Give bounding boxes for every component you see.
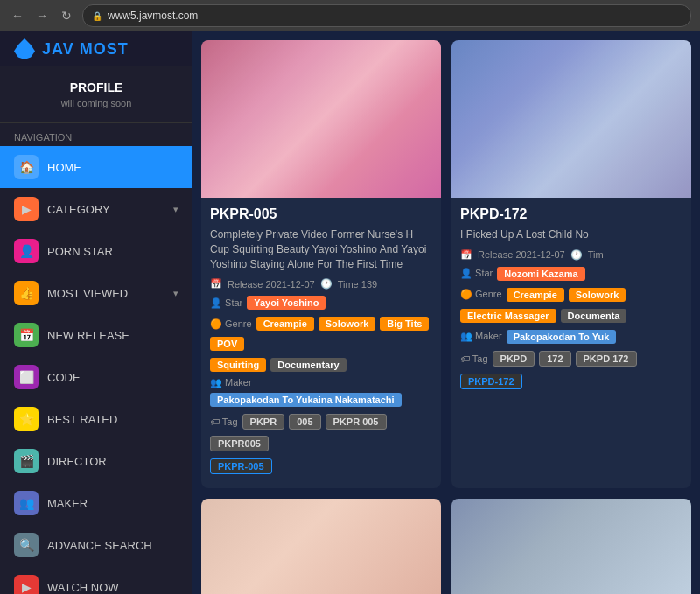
genre-electric-pkpd172[interactable]: Electric Massager bbox=[460, 309, 556, 323]
sidebar-item-code[interactable]: ⬜ CODE bbox=[0, 356, 192, 398]
card-code-pkpr005[interactable]: PKPR-005 bbox=[210, 206, 432, 222]
star-row-pkpd172: 👤 Star Nozomi Kazama bbox=[460, 265, 682, 283]
genre-creampie-pkpr005[interactable]: Creampie bbox=[256, 317, 314, 331]
tag-172-pkpd172[interactable]: 172 bbox=[539, 351, 570, 367]
card-code-pkpd172[interactable]: PKPD-172 bbox=[460, 206, 682, 222]
calendar-icon-pkpd172: 📅 bbox=[460, 249, 472, 261]
release-row-pkpd172: 📅 Release 2021-12-07 🕐 Tim bbox=[460, 249, 682, 261]
sidebar-item-category-label: CATEGORY bbox=[47, 203, 110, 216]
sidebar-item-watch-label: WATCH NOW bbox=[47, 581, 119, 594]
genre-label-pkpd172: 🟠 Genre bbox=[460, 289, 502, 300]
category-arrow: ▾ bbox=[173, 204, 178, 215]
sidebar-item-mostviewed[interactable]: 👍 MOST VIEWED ▾ bbox=[0, 272, 192, 314]
sidebar-item-home[interactable]: 🏠 HOME bbox=[0, 146, 192, 188]
card-thumb-bottom2[interactable] bbox=[452, 499, 691, 594]
star-tag-pkpr005[interactable]: Yayoi Yoshino bbox=[247, 296, 326, 310]
home-icon: 🏠 bbox=[14, 155, 38, 179]
search-icon: 🔍 bbox=[14, 533, 38, 557]
genre-row2-pkpd172: Electric Massager Documenta bbox=[460, 307, 682, 325]
star-label-pkpr005: 👤 Star bbox=[210, 297, 242, 309]
star-tag-pkpd172[interactable]: Nozomi Kazama bbox=[497, 267, 584, 281]
tag-005-pkpr005[interactable]: 005 bbox=[289, 414, 320, 430]
tag-pkpr-pkpr005[interactable]: PKPR bbox=[242, 414, 285, 430]
tag-pkpr005-pkpr005[interactable]: PKPR 005 bbox=[326, 414, 387, 430]
url-text: www5.javmost.com bbox=[108, 10, 198, 22]
genre-squirting-pkpr005[interactable]: Squirting bbox=[210, 358, 266, 372]
sidebar-item-maker[interactable]: 👥 MAKER bbox=[0, 482, 192, 524]
mostviewed-arrow: ▾ bbox=[173, 288, 178, 299]
maker-label-pkpr005: 👥 Maker bbox=[210, 377, 252, 388]
director-icon: 🎬 bbox=[14, 449, 38, 473]
app-container: JAV MOST PROFILE will coming soon Naviga… bbox=[0, 31, 700, 594]
tag-pkpr005b-pkpr005[interactable]: PKPR005 bbox=[210, 436, 269, 451]
card-pkpd172: PKPD-172 I Picked Up A Lost Child No 📅 R… bbox=[452, 40, 691, 488]
maker-icon: 👥 bbox=[14, 491, 38, 515]
back-button[interactable]: ← bbox=[9, 7, 26, 24]
genre-solowork-pkpd172[interactable]: Solowork bbox=[569, 288, 626, 302]
card-bottom1 bbox=[201, 499, 441, 594]
sidebar-item-pornstar-label: PORN STAR bbox=[47, 245, 113, 258]
watch-icon: ▶ bbox=[14, 575, 38, 594]
sidebar-item-watch[interactable]: ▶ WATCH NOW bbox=[0, 566, 192, 594]
sidebar-item-search[interactable]: 🔍 ADVANCE SEARCH bbox=[0, 524, 192, 566]
genre-creampie-pkpd172[interactable]: Creampie bbox=[507, 288, 564, 302]
sidebar-item-bestrated[interactable]: ⭐ BEST RATED bbox=[0, 398, 192, 440]
sidebar-item-code-label: CODE bbox=[47, 371, 80, 384]
card-thumb-pkpd172[interactable] bbox=[452, 40, 691, 198]
card-bottom2 bbox=[452, 499, 691, 594]
clock-icon-pkpr005: 🕐 bbox=[320, 278, 332, 290]
release-row-pkpr005: 📅 Release 2021-12-07 🕐 Time 139 bbox=[210, 278, 432, 290]
tags-row2-pkpr005: PKPR-005 bbox=[210, 457, 432, 476]
tags-label-pkpd172: 🏷 Tag bbox=[460, 353, 488, 364]
maker-tag-pkpr005[interactable]: Pakopakodan To Yukaina Nakamatachi bbox=[210, 393, 402, 407]
main-content: PKPR-005 Completely Private Video Former… bbox=[192, 31, 700, 594]
logo-most: MOST bbox=[74, 40, 129, 58]
profile-title: PROFILE bbox=[14, 80, 178, 94]
card-title-pkpr005: Completely Private Video Former Nurse's … bbox=[210, 227, 432, 271]
reload-button[interactable]: ↻ bbox=[58, 7, 75, 24]
card-body-pkpr005: PKPR-005 Completely Private Video Former… bbox=[201, 198, 441, 488]
genre-row-pkpr005: 🟠 Genre Creampie Solowork Big Tits POV bbox=[210, 315, 432, 353]
sidebar-item-newrelease[interactable]: 📅 NEW RELEASE bbox=[0, 314, 192, 356]
release-text-pkpr005: Release 2021-12-07 bbox=[228, 279, 315, 290]
lock-icon: 🔒 bbox=[92, 11, 102, 21]
release-text-pkpd172: Release 2021-12-07 bbox=[478, 249, 565, 260]
tags-row-pkpd172: 🏷 Tag PKPD 172 PKPD 172 bbox=[460, 349, 682, 368]
cards-grid: PKPR-005 Completely Private Video Former… bbox=[201, 40, 691, 594]
tag-code-main-pkpd172[interactable]: PKPD-172 bbox=[460, 374, 522, 389]
sidebar-item-bestrated-label: BEST RATED bbox=[47, 413, 117, 426]
maker-tag-pkpd172[interactable]: Pakopakodan To Yuk bbox=[507, 330, 617, 344]
sidebar-item-director[interactable]: 🎬 DIRECTOR bbox=[0, 440, 192, 482]
genre-row-pkpd172: 🟠 Genre Creampie Solowork bbox=[460, 286, 682, 304]
genre-row2-pkpr005: Squirting Documentary bbox=[210, 356, 432, 374]
card-pkpr005: PKPR-005 Completely Private Video Former… bbox=[201, 40, 441, 488]
card-thumb-pkpr005[interactable] bbox=[201, 40, 441, 198]
maker-row-pkpr005: 👥 Maker Pakopakodan To Yukaina Nakamatac… bbox=[210, 377, 432, 409]
tag-code-main-pkpr005[interactable]: PKPR-005 bbox=[210, 458, 272, 474]
clock-icon-pkpd172: 🕐 bbox=[570, 249, 583, 261]
address-bar[interactable]: 🔒 www5.javmost.com bbox=[82, 4, 691, 27]
logo: JAV MOST bbox=[0, 31, 192, 66]
maker-label-pkpd172: 👥 Maker bbox=[460, 331, 502, 342]
thumb-overlay-pkpr005 bbox=[201, 40, 441, 198]
genre-documentary-pkpr005[interactable]: Documentary bbox=[270, 358, 346, 372]
tags-row-pkpr005: 🏷 Tag PKPR 005 PKPR 005 PKPR005 bbox=[210, 412, 432, 453]
tag-pkpd172a[interactable]: PKPD 172 bbox=[576, 351, 637, 367]
sidebar-item-home-label: HOME bbox=[47, 161, 81, 174]
forward-button[interactable]: → bbox=[33, 7, 51, 24]
bestrated-icon: ⭐ bbox=[14, 407, 38, 431]
tags-label-pkpr005: 🏷 Tag bbox=[210, 416, 238, 427]
genre-bigtits-pkpr005[interactable]: Big Tits bbox=[380, 317, 429, 331]
sidebar-item-newrelease-label: NEW RELEASE bbox=[47, 329, 130, 342]
genre-documenta-pkpd172[interactable]: Documenta bbox=[561, 309, 627, 323]
tag-pkpd-pkpd172[interactable]: PKPD bbox=[493, 351, 536, 367]
calendar-icon-pkpr005: 📅 bbox=[210, 278, 222, 290]
card-thumb-bottom1[interactable] bbox=[201, 499, 441, 594]
time-text-pkpd172: Tim bbox=[588, 249, 604, 260]
genre-solowork-pkpr005[interactable]: Solowork bbox=[318, 317, 376, 331]
sidebar-item-category[interactable]: ▶ CATEGORY ▾ bbox=[0, 188, 192, 230]
pornstar-icon: 👤 bbox=[14, 239, 38, 263]
sidebar-item-pornstar[interactable]: 👤 PORN STAR bbox=[0, 230, 192, 272]
logo-text: JAV MOST bbox=[42, 40, 129, 59]
genre-pov-pkpr005[interactable]: POV bbox=[210, 337, 244, 351]
